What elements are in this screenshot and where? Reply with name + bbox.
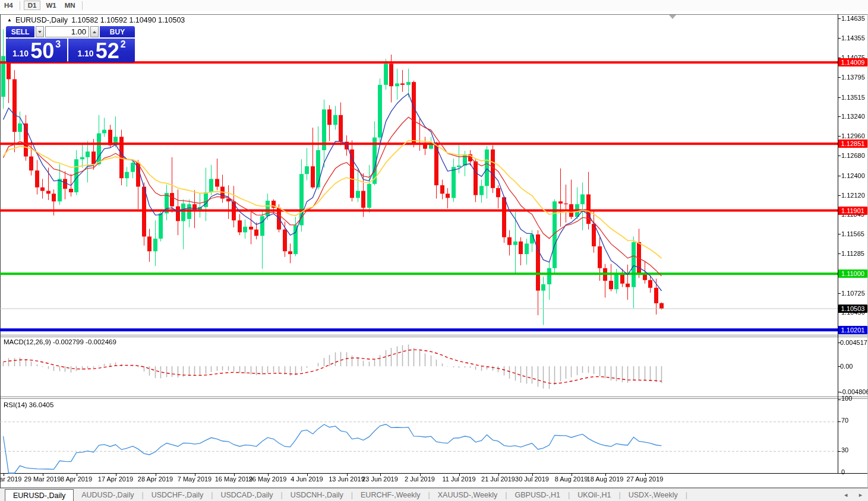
one-click-trade-panel: SELL BUY 1.10 50 3 1.10 52 2 bbox=[6, 26, 135, 62]
volume-input[interactable] bbox=[45, 26, 89, 37]
tab-separator: | bbox=[686, 491, 687, 499]
chart-tab-usdchf[interactable]: USDCHF-,Daily bbox=[144, 491, 212, 499]
tabs-scroll-right-button[interactable]: ► bbox=[853, 492, 868, 498]
bid-quote-button[interactable]: 1.10 50 3 bbox=[6, 39, 67, 62]
volume-increase-button[interactable] bbox=[90, 26, 99, 37]
chart-tab-ukoil[interactable]: UKOil-,H1 bbox=[570, 491, 618, 499]
volume-decrease-button[interactable] bbox=[36, 26, 44, 37]
ask-price-sup: 2 bbox=[121, 39, 126, 50]
ask-price-big: 52 bbox=[96, 41, 119, 61]
chart-tab-gbpusd[interactable]: GBPUSD-,H1 bbox=[507, 491, 567, 499]
chart-tab-audusd[interactable]: AUDUSD-,Daily bbox=[74, 491, 141, 499]
chart-canvas[interactable] bbox=[0, 0, 868, 501]
bid-price-big: 50 bbox=[30, 41, 54, 61]
chart-tab-xauusd[interactable]: XAUUSD-,Weekly bbox=[430, 491, 505, 499]
chart-tab-eurusd[interactable]: EURUSD-,Daily bbox=[5, 489, 74, 501]
tabs-scroll-left-button[interactable]: ◄ bbox=[838, 492, 853, 498]
bid-price-sup: 3 bbox=[55, 39, 61, 50]
bid-price-prefix: 1.10 bbox=[12, 49, 29, 58]
chart-tab-eurchf[interactable]: EURCHF-,Weekly bbox=[353, 491, 428, 499]
buy-button[interactable]: BUY bbox=[100, 26, 135, 37]
chart-tab-usdx[interactable]: USDX-,Weekly bbox=[621, 491, 686, 499]
chart-tab-usdcnh[interactable]: USDCNH-,Daily bbox=[283, 491, 351, 499]
sell-button[interactable]: SELL bbox=[6, 26, 34, 37]
arrow-down-icon bbox=[38, 31, 42, 33]
chart-tab-bar: EURUSD-,DailyAUDUSD-,Daily|USDCHF-,Daily… bbox=[0, 488, 868, 501]
ask-price-prefix: 1.10 bbox=[77, 49, 93, 58]
ask-quote-button[interactable]: 1.10 52 2 bbox=[68, 39, 135, 62]
chart-tab-usdcad[interactable]: USDCAD-,Daily bbox=[213, 491, 280, 499]
arrow-up-icon bbox=[93, 31, 96, 33]
